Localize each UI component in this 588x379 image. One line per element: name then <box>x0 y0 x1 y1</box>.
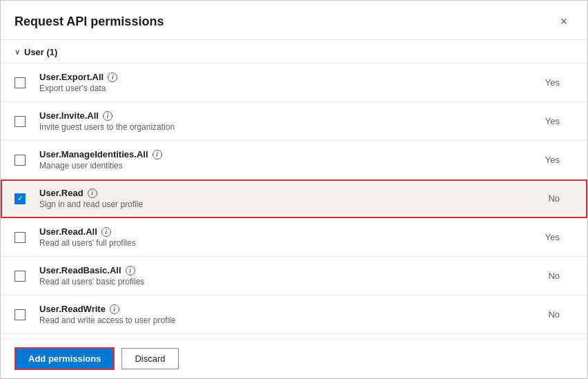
permission-name: User.Read <box>39 188 84 198</box>
list-item[interactable]: User.ReadBasic.AlliRead all users' basic… <box>1 257 587 295</box>
admin-consent-value: Yes <box>518 155 574 165</box>
permission-name: User.Invite.All <box>39 110 99 121</box>
add-permissions-button[interactable]: Add permissions <box>14 347 115 370</box>
checkbox-col <box>14 309 39 320</box>
info-icon[interactable]: i <box>101 227 111 237</box>
info-icon[interactable]: i <box>153 150 162 159</box>
permission-info: User.Export.AlliExport user's data <box>39 72 518 93</box>
permission-name-row: User.Export.Alli <box>39 72 518 82</box>
admin-consent-value: No <box>518 193 574 204</box>
permission-description: Read and write access to user profile <box>39 315 518 325</box>
section-header[interactable]: ∨ User (1) <box>1 40 587 63</box>
checkbox-col <box>14 77 39 88</box>
permission-name: User.ReadWrite <box>39 304 106 314</box>
info-icon[interactable]: i <box>88 188 97 198</box>
permission-info: User.ManageIdentities.AlliManage user id… <box>39 149 518 171</box>
permission-description: Sign in and read user profile <box>39 200 518 209</box>
checkbox-col <box>14 232 39 243</box>
permission-name-row: User.Invite.Alli <box>39 110 518 121</box>
admin-consent-value: No <box>518 271 574 281</box>
list-item[interactable]: User.Invite.AlliInvite guest users to th… <box>1 102 587 141</box>
permission-description: Manage user identities <box>39 161 518 171</box>
checkbox-col <box>14 116 39 127</box>
permission-name: User.Export.All <box>39 72 104 82</box>
permission-name: User.ManageIdentities.All <box>39 149 148 159</box>
modal-title: Request API permissions <box>14 14 164 29</box>
permission-description: Read all users' basic profiles <box>39 277 518 286</box>
permission-checkbox[interactable] <box>14 193 26 204</box>
permission-checkbox[interactable] <box>14 77 26 88</box>
info-icon[interactable]: i <box>126 266 135 275</box>
admin-consent-value: Yes <box>518 116 574 126</box>
admin-consent-value: Yes <box>518 77 574 88</box>
modal-footer: Add permissions Discard <box>1 338 587 378</box>
checkbox-col <box>14 271 39 282</box>
permission-checkbox[interactable] <box>14 271 26 282</box>
permission-checkbox[interactable] <box>14 116 26 127</box>
modal-header: Request API permissions × <box>1 1 587 40</box>
permission-checkbox[interactable] <box>14 232 26 243</box>
permission-info: User.ReadBasic.AlliRead all users' basic… <box>39 265 518 286</box>
permission-name: User.Read.All <box>39 226 97 237</box>
request-api-permissions-modal: Request API permissions × ∨ User (1) Use… <box>0 0 588 379</box>
permission-name-row: User.Readi <box>39 188 518 198</box>
permission-checkbox[interactable] <box>14 155 26 166</box>
section-label: User (1) <box>24 47 57 57</box>
modal-body: ∨ User (1) User.Export.AlliExport user's… <box>1 40 587 338</box>
close-button[interactable]: × <box>554 12 574 31</box>
permission-name-row: User.ReadBasic.Alli <box>39 265 518 275</box>
permission-name-row: User.ManageIdentities.Alli <box>39 149 518 159</box>
list-item[interactable]: User.Read.AlliRead all users' full profi… <box>1 218 587 257</box>
discard-button[interactable]: Discard <box>121 348 178 369</box>
info-icon[interactable]: i <box>108 72 117 82</box>
list-item[interactable]: User.Export.AlliExport user's dataYes <box>1 64 587 102</box>
admin-consent-value: No <box>518 309 574 320</box>
checkbox-col <box>14 155 39 166</box>
list-item[interactable]: User.ReadWriteiRead and write access to … <box>1 295 587 334</box>
permission-name-row: User.Read.Alli <box>39 226 518 237</box>
checkbox-col <box>14 193 39 204</box>
permission-info: User.Invite.AlliInvite guest users to th… <box>39 110 518 132</box>
info-icon[interactable]: i <box>110 304 119 314</box>
permission-description: Export user's data <box>39 84 518 93</box>
permission-description: Invite guest users to the organization <box>39 122 518 132</box>
permission-info: User.ReadiSign in and read user profile <box>39 188 518 209</box>
info-icon[interactable]: i <box>103 111 112 121</box>
list-item[interactable]: User.ManageIdentities.AlliManage user id… <box>1 141 587 179</box>
admin-consent-value: Yes <box>518 232 574 242</box>
permissions-list: User.Export.AlliExport user's dataYesUse… <box>1 63 587 338</box>
permission-description: Read all users' full profiles <box>39 238 518 248</box>
permission-name: User.ReadBasic.All <box>39 265 121 275</box>
list-item[interactable]: User.ReadiSign in and read user profileN… <box>1 179 587 218</box>
permission-checkbox[interactable] <box>14 309 26 320</box>
permission-info: User.ReadWriteiRead and write access to … <box>39 304 518 325</box>
permission-info: User.Read.AlliRead all users' full profi… <box>39 226 518 248</box>
chevron-down-icon: ∨ <box>14 48 20 57</box>
permission-name-row: User.ReadWritei <box>39 304 518 314</box>
